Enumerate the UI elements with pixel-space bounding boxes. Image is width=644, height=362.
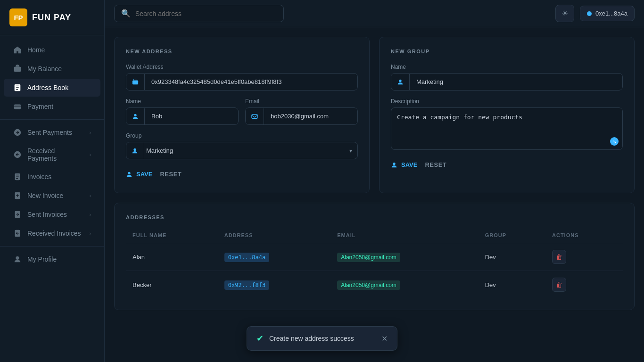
search-icon: 🔍 xyxy=(121,9,131,18)
search-input[interactable] xyxy=(135,10,277,17)
email-label: Email xyxy=(245,98,358,105)
email-field[interactable]: bob2030@gmail.com xyxy=(264,108,357,124)
new-address-title: NEW ADDRESS xyxy=(126,49,358,54)
sidebar-item-my-profile[interactable]: My Profile xyxy=(4,250,100,268)
sidebar-item-my-balance[interactable]: My Balance xyxy=(4,60,100,78)
row2-email-badge: Alan2050@gmail.com xyxy=(337,280,400,290)
description-textarea-wrap: Create a campaign for new products ↘ xyxy=(391,107,623,150)
new-group-card: NEW GROUP Name Marketing Description xyxy=(379,37,635,193)
description-textarea[interactable]: Create a campaign for new products xyxy=(397,114,617,142)
wallet-address-field[interactable]: 0x923348fa4c325485d0de41e5ff0abe818ff9f8… xyxy=(145,74,357,90)
row1-actions: 🗑 xyxy=(545,243,623,271)
sidebar-item-sent-invoices[interactable]: Sent Invoices › xyxy=(4,206,100,223)
svg-point-11 xyxy=(134,114,136,116)
group-label: Group xyxy=(126,132,358,139)
new-group-reset-button[interactable]: RESET xyxy=(425,157,446,172)
col-actions: ACTIONS xyxy=(545,228,623,243)
invoices-icon xyxy=(13,173,22,181)
name-input-wrap: Bob xyxy=(126,107,239,125)
logo-area: FP FUN PAY xyxy=(0,0,104,35)
description-label: Description xyxy=(391,98,623,105)
sidebar-label-sent-invoices: Sent Invoices xyxy=(27,211,67,218)
toast-close-button[interactable]: ✕ xyxy=(381,334,388,343)
group-name-group: Name Marketing xyxy=(391,64,623,90)
col-email: EMAIL xyxy=(330,228,478,243)
table-row: Becker 0x92...f8f3 Alan2050@gmail.com De… xyxy=(126,271,623,299)
table-row: Alan 0xe1...8a4a Alan2050@gmail.com Dev … xyxy=(126,243,623,271)
group-select[interactable]: Marketing Dev Sales xyxy=(126,142,358,159)
sidebar-item-new-invoice[interactable]: New Invoice › xyxy=(4,187,100,205)
sidebar-label-my-profile: My Profile xyxy=(27,255,57,263)
new-address-reset-button[interactable]: RESET xyxy=(160,167,182,181)
content-area: NEW ADDRESS Wallet Address 0x923348fa4c3… xyxy=(105,27,644,362)
row2-name: Becker xyxy=(126,271,218,299)
nav-divider-1 xyxy=(0,119,104,120)
svg-point-16 xyxy=(393,162,395,165)
new-address-save-label: SAVE xyxy=(136,171,152,178)
new-address-save-button[interactable]: SAVE xyxy=(126,167,152,181)
wallet-address-input-wrap: 0x923348fa4c325485d0de41e5ff0abe818ff9f8… xyxy=(126,73,358,90)
email-input-wrap: bob2030@gmail.com xyxy=(245,107,358,125)
received-invoices-icon xyxy=(13,229,22,238)
textarea-corner-icon: ↘ xyxy=(610,137,619,146)
svg-rect-10 xyxy=(132,80,138,84)
svg-rect-2 xyxy=(14,105,21,109)
row1-address-badge: 0xe1...8a4a xyxy=(224,253,269,262)
name-label: Name xyxy=(126,98,239,105)
toast-message: Create new address success xyxy=(269,335,354,342)
sidebar-item-received-payments[interactable]: Received Payments › xyxy=(4,142,100,167)
svg-point-14 xyxy=(128,172,130,174)
new-group-save-button[interactable]: SAVE xyxy=(391,157,417,172)
new-group-actions: SAVE RESET xyxy=(391,157,623,172)
row2-delete-button[interactable]: 🗑 xyxy=(552,278,566,292)
table-body: Alan 0xe1...8a4a Alan2050@gmail.com Dev … xyxy=(126,243,623,299)
sidebar-label-new-invoice: New Invoice xyxy=(27,192,63,199)
sidebar-item-address-book[interactable]: Address Book xyxy=(4,79,100,97)
group-name-label: Name xyxy=(391,64,623,70)
logo-icon: FP xyxy=(9,8,27,26)
sidebar-label-home: Home xyxy=(27,46,45,54)
search-box[interactable]: 🔍 xyxy=(114,5,284,22)
new-invoice-icon xyxy=(13,191,22,200)
new-group-reset-label: RESET xyxy=(425,161,446,168)
row2-address: 0x92...f8f3 xyxy=(218,271,331,299)
group-name-input-wrap: Marketing xyxy=(391,73,623,90)
name-email-row: Name Bob Email xyxy=(126,98,358,132)
group-name-field[interactable]: Marketing xyxy=(410,74,622,90)
name-field[interactable]: Bob xyxy=(145,108,238,124)
row1-delete-button[interactable]: 🗑 xyxy=(552,250,566,264)
col-group: GROUP xyxy=(479,228,545,243)
chevron-new-invoice: › xyxy=(90,193,91,198)
group-select-wrap: Marketing Dev Sales ▾ xyxy=(126,142,358,159)
email-input-icon xyxy=(246,108,264,124)
svg-point-15 xyxy=(399,79,401,82)
sidebar-nav: Home My Balance Address Book Payment Sen… xyxy=(0,35,104,362)
table-header-row: FULL NAME ADDRESS EMAIL GROUP ACTIONS xyxy=(126,228,623,243)
profile-icon xyxy=(13,255,22,263)
svg-point-9 xyxy=(16,256,19,260)
sidebar-label-address-book: Address Book xyxy=(27,84,68,91)
sidebar-item-received-invoices[interactable]: Received Invoices › xyxy=(4,224,100,242)
topbar: 🔍 ☀ 0xe1...8a4a xyxy=(105,0,644,27)
sidebar-label-payment: Payment xyxy=(27,103,53,110)
group-save-icon xyxy=(391,162,397,168)
theme-toggle-button[interactable]: ☀ xyxy=(555,5,574,22)
name-input-icon xyxy=(126,108,145,124)
wallet-button[interactable]: 0xe1...8a4a xyxy=(580,6,635,21)
new-address-card: NEW ADDRESS Wallet Address 0x923348fa4c3… xyxy=(114,37,370,193)
addressbook-icon xyxy=(13,83,22,92)
table-header: FULL NAME ADDRESS EMAIL GROUP ACTIONS xyxy=(126,228,623,243)
sidebar-item-payment[interactable]: Payment xyxy=(4,98,100,115)
addresses-card: ADDRESSES FULL NAME ADDRESS EMAIL GROUP … xyxy=(114,203,635,310)
sidebar-item-sent-payments[interactable]: Sent Payments › xyxy=(4,123,100,141)
email-group: Email bob2030@gmail.com xyxy=(245,98,358,125)
row1-address: 0xe1...8a4a xyxy=(218,243,331,271)
row1-email: Alan2050@gmail.com xyxy=(330,243,478,271)
wallet-status-dot xyxy=(587,11,592,16)
name-group: Name Bob xyxy=(126,98,239,125)
group-name-icon xyxy=(391,74,410,90)
topbar-right: ☀ 0xe1...8a4a xyxy=(555,5,635,22)
wallet-address-text: 0xe1...8a4a xyxy=(595,10,627,17)
sidebar-item-invoices[interactable]: Invoices xyxy=(4,168,100,186)
sidebar-item-home[interactable]: Home xyxy=(4,41,100,59)
